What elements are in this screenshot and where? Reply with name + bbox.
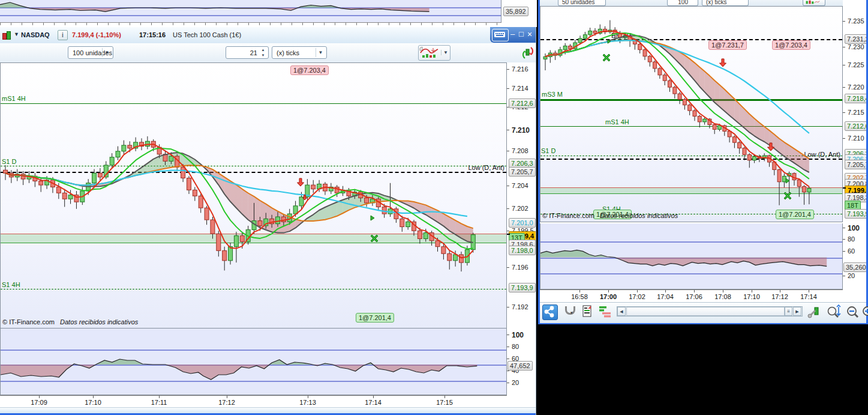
indicator-pane-right[interactable] xyxy=(540,223,843,289)
realtime-refresh-icon[interactable] xyxy=(521,46,534,60)
axis-tick xyxy=(843,228,845,228)
scrollbar-menu[interactable]: ≡ xyxy=(785,307,792,316)
time-axis-label: 17:10 xyxy=(85,399,101,406)
entry-triangle-icon xyxy=(371,216,374,220)
spinner-arrows-icon[interactable]: ▲▼ xyxy=(259,47,267,58)
axis-tick xyxy=(843,251,845,252)
candlestick-icon xyxy=(2,31,11,40)
close-button[interactable]: × xyxy=(527,29,532,39)
scroll-right-icon[interactable]: ▶ xyxy=(793,307,801,316)
indicator-svg[interactable] xyxy=(1,329,507,395)
price-axis-badge: 7.212,6 xyxy=(845,121,866,131)
chart-toolbar: 100 unidades ▼ 21 ▲▼ (x) ticks ▼ ▼ xyxy=(0,43,536,63)
bottom-toolbar: ▾ ◀ ≡ ▶ xyxy=(540,302,866,323)
info-icon[interactable]: i xyxy=(58,30,68,40)
scroll-left-icon[interactable]: ◀ xyxy=(617,307,626,316)
price-chart-right[interactable]: EM 4HmS3 MmS1 4HS1 DLow (D, Ant)S1 4H1@7… xyxy=(540,6,843,222)
time-axis-left[interactable]: 17:0917:1017:1117:1217:1317:1417:15 xyxy=(0,395,507,408)
price-axis-label: 7.204 xyxy=(512,182,528,189)
time-axis-label: 17:15 xyxy=(436,399,453,406)
strip-indicator-value-badge: 35,892 xyxy=(503,7,528,16)
chevron-down-icon[interactable]: ▼ xyxy=(441,50,448,55)
order-label[interactable]: 1@7.231,7 xyxy=(708,40,747,50)
order-book-icon[interactable] xyxy=(599,305,613,320)
zoom-in-icon[interactable] xyxy=(860,304,868,320)
close-position-x-icon xyxy=(603,54,610,61)
zoom-vertical-icon[interactable] xyxy=(825,304,841,320)
candles-svg[interactable] xyxy=(1,63,506,328)
indicator-svg[interactable] xyxy=(540,223,843,289)
title-bar[interactable]: ▼ NASDAQ i 7.199,4 (-1,10%) 17:15:16 US … xyxy=(0,27,536,44)
indicator-axis-label: 60 xyxy=(848,247,855,255)
time-tick xyxy=(752,290,752,292)
time-scrollbar[interactable]: ◀ ≡ ▶ xyxy=(617,306,803,317)
price-axis-label: 7.196 xyxy=(512,264,528,271)
price-axis-left[interactable]: 7.2167.2147.2127.2107.2087.2047.2027.199… xyxy=(507,62,536,329)
magnet-order-icon[interactable]: ▾ xyxy=(564,306,576,319)
instrument-name[interactable]: NASDAQ xyxy=(21,31,50,38)
interval-spinner[interactable]: 21 ▲▼ xyxy=(226,46,269,59)
axis-tick xyxy=(507,335,509,335)
zoom-out-icon[interactable] xyxy=(845,304,860,320)
order-label[interactable]: 1@7.203,4 xyxy=(290,65,329,75)
interval-unit-dropdown[interactable]: (x) ticks ▼ xyxy=(272,46,327,59)
entry-triangle-icon xyxy=(786,178,789,183)
strip-indicator-pane[interactable] xyxy=(0,0,501,22)
copyright-note: © IT-Finance.com Datos recibidos indicat… xyxy=(2,318,138,326)
scrollbar-thumb[interactable] xyxy=(626,307,785,316)
price-axis-right[interactable]: 7.2357.2307.2257.2207.2157.2107.231,27.2… xyxy=(843,0,866,223)
time-tick xyxy=(227,396,227,398)
time-tick xyxy=(159,396,160,398)
indicator-pane-left[interactable] xyxy=(0,329,507,395)
axis-tick xyxy=(507,307,509,307)
indicator-value-badge: 35,260 xyxy=(843,262,866,272)
time-axis-label: 17:11 xyxy=(151,399,167,406)
time-tick xyxy=(809,290,809,292)
time-tick xyxy=(780,290,780,292)
price-axis-badge: 7.205,7 xyxy=(845,160,866,169)
close-position-x-icon xyxy=(784,192,791,199)
interval-spinner[interactable]: 100 xyxy=(667,0,698,6)
instrument-dropdown-icon[interactable]: ▼ xyxy=(14,31,19,37)
axis-tick xyxy=(507,69,509,70)
price-axis-badge: 7.201,0 xyxy=(509,218,536,228)
units-dropdown[interactable]: 50 unidades xyxy=(558,0,606,6)
price-axis-label: 7.220 xyxy=(848,83,864,91)
price-axis-label: 7.214 xyxy=(512,85,528,92)
indicator-axis-label: 100 xyxy=(848,224,860,232)
price-axis-label: 7.235 xyxy=(848,17,864,25)
axis-tick xyxy=(843,239,845,240)
indicator-svg[interactable] xyxy=(0,0,501,22)
price-chart-left[interactable]: mS1 4HS1 DLow (D, Ant)S1 4H1@7.203,41@7.… xyxy=(0,62,507,329)
order-label[interactable]: 1@7.201,4 xyxy=(356,313,394,323)
time-axis-right[interactable]: 16:5817:0017:0217:0417:0617:0817:1017:12… xyxy=(540,289,843,303)
axis-tick xyxy=(843,138,845,139)
share-button[interactable] xyxy=(542,304,558,320)
axis-tick xyxy=(507,267,509,268)
maximize-button[interactable]: □ xyxy=(519,29,524,38)
time-tick xyxy=(637,290,638,292)
indicator-axis-label: 80 xyxy=(512,343,519,350)
axis-tick xyxy=(507,359,509,359)
news-document-icon[interactable] xyxy=(582,305,594,320)
current-price-tick xyxy=(843,187,846,189)
chart-style-button[interactable] xyxy=(803,0,825,6)
time-tick xyxy=(608,290,609,292)
interval-unit-dropdown[interactable]: (x) ticks xyxy=(702,0,749,6)
sell-arrow-icon xyxy=(298,178,304,186)
chart-window-nasdaq-tick21: ▼ NASDAQ i 7.199,4 (-1,10%) 17:15:16 US … xyxy=(0,27,536,415)
chart-style-button[interactable]: ▼ xyxy=(418,45,450,61)
axis-tick xyxy=(507,347,509,347)
price-axis-badge: 7.231,2 xyxy=(845,34,866,44)
axis-tick xyxy=(843,87,845,88)
order-label[interactable]: 1@7.201,4 xyxy=(776,210,814,219)
chart-settings-wrench-icon[interactable] xyxy=(807,305,822,320)
chevron-down-icon: ▼ xyxy=(102,48,112,57)
price-axis-badge: 7.205,7 xyxy=(509,167,536,177)
keyboard-icon[interactable] xyxy=(492,29,509,41)
candles-svg[interactable] xyxy=(540,7,842,222)
order-label[interactable]: 1@7.203,4 xyxy=(772,40,810,50)
price-axis-badge: 7.193,9 xyxy=(845,209,866,219)
minimize-button[interactable]: – xyxy=(510,29,515,38)
units-dropdown[interactable]: 100 unidades ▼ xyxy=(68,46,113,59)
